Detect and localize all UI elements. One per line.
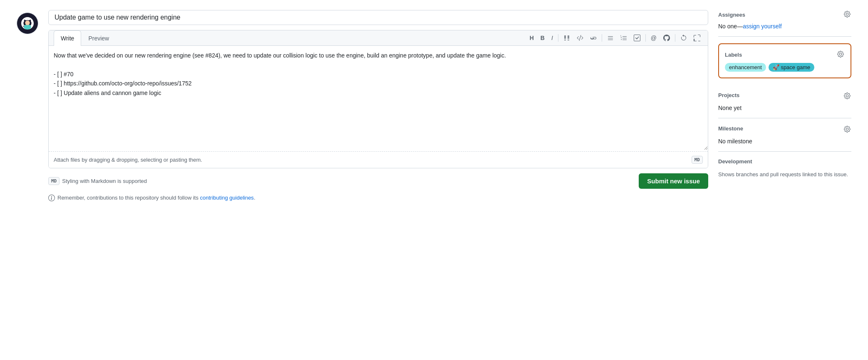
sidebar-development-section: Development Shows branches and pull requ… bbox=[718, 152, 851, 185]
labels-title: Labels bbox=[725, 52, 742, 58]
toolbar-quote-btn[interactable] bbox=[561, 33, 573, 43]
toolbar-divider-2 bbox=[602, 34, 602, 42]
assignees-header: Assignees bbox=[718, 10, 851, 20]
toolbar-ref-btn[interactable] bbox=[661, 33, 672, 43]
assignees-title: Assignees bbox=[718, 12, 745, 18]
editor-tabs-row: Write Preview H B I bbox=[49, 30, 708, 46]
tab-preview[interactable]: Preview bbox=[81, 30, 116, 46]
assign-yourself-link[interactable]: assign yourself bbox=[743, 23, 781, 30]
milestone-value: No milestone bbox=[718, 138, 851, 145]
assignees-gear-button[interactable] bbox=[843, 10, 851, 20]
markdown-note: MD Styling with Markdown is supported bbox=[48, 177, 147, 185]
issue-title-input[interactable] bbox=[48, 10, 708, 25]
projects-title: Projects bbox=[718, 92, 739, 98]
milestone-header: Milestone bbox=[718, 125, 851, 135]
info-icon bbox=[48, 195, 55, 201]
toolbar-divider-1 bbox=[558, 34, 558, 42]
milestone-gear-icon bbox=[844, 126, 851, 132]
projects-value: None yet bbox=[718, 105, 851, 111]
toolbar-heading-btn[interactable]: H bbox=[527, 33, 536, 42]
md-badge-footer: MD bbox=[48, 177, 60, 185]
sidebar-labels-section: Labels enhancement 🚀 space game bbox=[718, 43, 851, 78]
development-description: Shows branches and pull requests linked … bbox=[718, 170, 851, 179]
editor-body: Now that we've decided on our new render… bbox=[49, 46, 708, 168]
toolbar-code-btn[interactable] bbox=[574, 33, 586, 43]
projects-gear-icon bbox=[844, 92, 851, 99]
editor-panel: Write Preview H B I bbox=[48, 30, 708, 168]
milestone-title: Milestone bbox=[718, 125, 743, 132]
toolbar-divider-4 bbox=[675, 34, 675, 42]
projects-gear-button[interactable] bbox=[843, 92, 851, 101]
toolbar-task-btn[interactable] bbox=[631, 33, 643, 43]
editor-footer: MD Styling with Markdown is supported Su… bbox=[48, 173, 708, 189]
assignees-value: No one—assign yourself bbox=[718, 23, 851, 30]
editor-toolbar: H B I bbox=[527, 30, 703, 45]
avatar-col bbox=[17, 10, 38, 34]
labels-header: Labels bbox=[725, 50, 845, 60]
milestone-gear-button[interactable] bbox=[843, 125, 851, 135]
toolbar-link-btn[interactable] bbox=[588, 33, 599, 43]
attach-zone[interactable]: Attach files by dragging & dropping, sel… bbox=[49, 151, 708, 168]
toolbar-divider-3 bbox=[645, 34, 646, 42]
labels-list: enhancement 🚀 space game bbox=[725, 63, 845, 72]
sidebar-milestone-section: Milestone No milestone bbox=[718, 118, 851, 152]
development-header: Development bbox=[718, 158, 851, 167]
contributing-guidelines-link[interactable]: contributing guidelines bbox=[200, 195, 254, 201]
development-title: Development bbox=[718, 158, 752, 165]
toolbar-mention-btn[interactable]: @ bbox=[648, 33, 659, 42]
gear-icon bbox=[844, 11, 851, 18]
label-enhancement[interactable]: enhancement bbox=[725, 63, 766, 72]
info-note: Remember, contributions to this reposito… bbox=[48, 195, 708, 201]
sidebar: Assignees No one—assign yourself Labels bbox=[718, 10, 851, 185]
attach-placeholder: Attach files by dragging & dropping, sel… bbox=[54, 157, 202, 163]
toolbar-ol-btn[interactable] bbox=[618, 33, 630, 43]
label-space-game[interactable]: 🚀 space game bbox=[769, 63, 814, 72]
projects-header: Projects bbox=[718, 92, 851, 101]
avatar bbox=[17, 12, 38, 34]
info-note-text: Remember, contributions to this reposito… bbox=[57, 195, 255, 201]
labels-gear-button[interactable] bbox=[836, 50, 845, 60]
tab-write[interactable]: Write bbox=[54, 30, 81, 46]
submit-issue-button[interactable]: Submit new issue bbox=[639, 173, 708, 189]
md-badge-attach: MD bbox=[692, 156, 703, 164]
toolbar-undo-btn[interactable] bbox=[678, 33, 689, 43]
toolbar-bold-btn[interactable]: B bbox=[538, 33, 547, 42]
sidebar-projects-section: Projects None yet bbox=[718, 85, 851, 118]
markdown-note-text: Styling with Markdown is supported bbox=[62, 178, 147, 184]
toolbar-italic-btn[interactable]: I bbox=[549, 33, 556, 42]
main-editor-col: Write Preview H B I bbox=[48, 10, 708, 201]
toolbar-fullscreen-btn[interactable] bbox=[691, 33, 703, 43]
sidebar-assignees-section: Assignees No one—assign yourself bbox=[718, 10, 851, 37]
toolbar-ul-btn[interactable] bbox=[605, 33, 616, 43]
labels-gear-icon bbox=[837, 51, 844, 58]
issue-body-textarea[interactable]: Now that we've decided on our new render… bbox=[49, 46, 708, 150]
svg-point-2 bbox=[25, 20, 30, 25]
